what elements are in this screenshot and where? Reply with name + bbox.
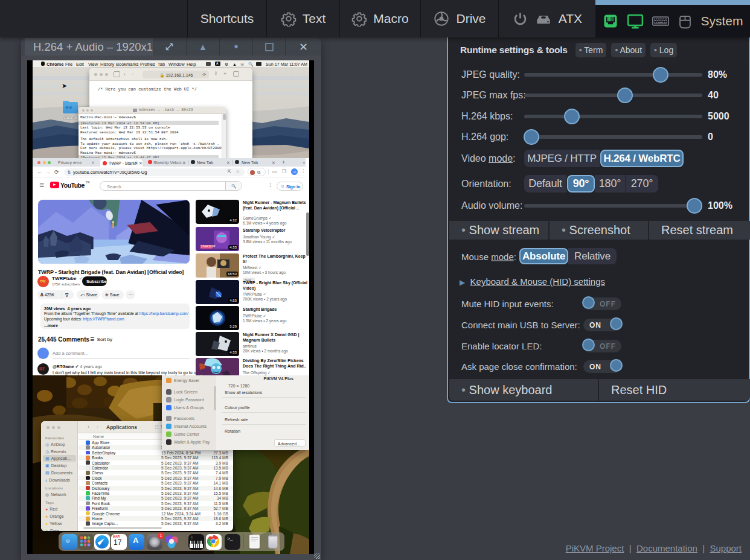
svg-text:STARSHIP: STARSHIP xyxy=(200,244,216,248)
